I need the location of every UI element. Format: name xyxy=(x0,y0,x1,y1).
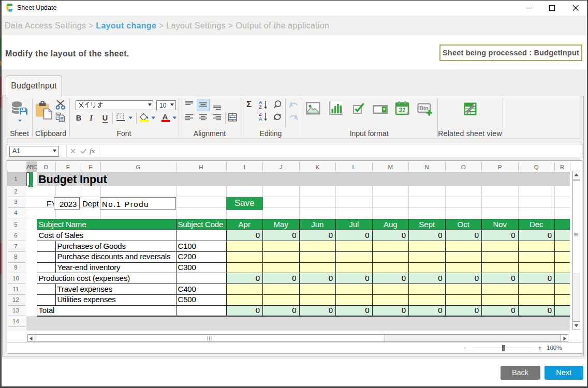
svg-text:31: 31 xyxy=(399,107,406,114)
svg-text:Btn: Btn xyxy=(419,105,429,111)
svg-text:Z: Z xyxy=(259,105,262,109)
svg-text:A: A xyxy=(259,116,262,121)
